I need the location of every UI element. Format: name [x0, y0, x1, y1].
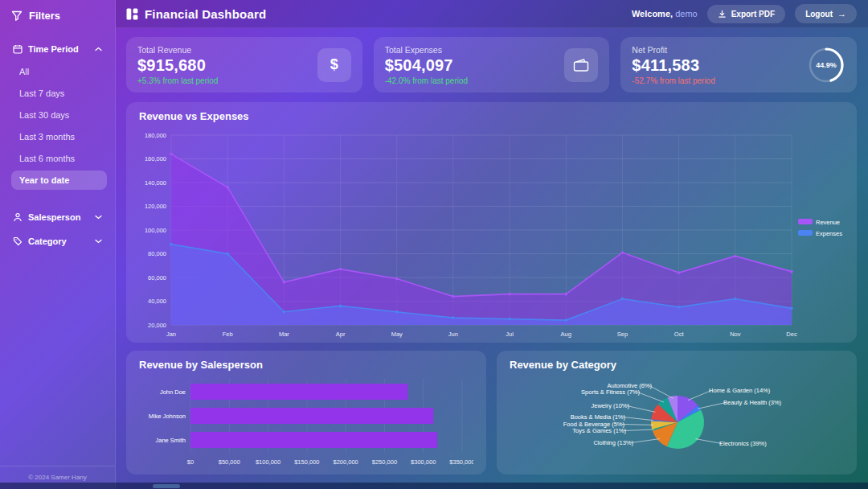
time-period-option-6m[interactable]: Last 6 months — [11, 149, 107, 168]
chart-title: Revenue vs Expenses — [139, 110, 844, 122]
svg-text:160,000: 160,000 — [145, 155, 166, 162]
svg-text:Sports & Fitness (7%): Sports & Fitness (7%) — [581, 388, 640, 396]
svg-text:$100,000: $100,000 — [256, 458, 280, 466]
svg-text:Mike Johnson: Mike Johnson — [149, 413, 186, 420]
chart-title: Revenue by Salesperson — [139, 359, 473, 371]
revenue-vs-expenses-card: Revenue vs Expenses 20,00040,00060,00080… — [126, 102, 857, 343]
time-period-label: Time Period — [28, 44, 79, 54]
svg-text:$200,000: $200,000 — [333, 458, 358, 466]
main-content: Financial Dashboard Welcome, demo Export… — [116, 0, 868, 489]
salesperson-bar-chart: $0$50,000$100,000$150,000$200,000$250,00… — [139, 374, 473, 472]
svg-text:Toys & Games (1%): Toys & Games (1%) — [572, 427, 626, 434]
svg-text:Oct: Oct — [674, 331, 685, 338]
download-icon — [718, 10, 727, 18]
svg-text:Clothing (13%): Clothing (13%) — [593, 439, 633, 446]
svg-text:$150,000: $150,000 — [294, 458, 319, 466]
user-icon — [13, 212, 23, 222]
chart-title: Revenue by Category — [510, 359, 844, 371]
financial-dashboard-app: Filters Time Period All Last 7 days Last… — [0, 0, 868, 489]
svg-text:180,000: 180,000 — [145, 132, 166, 139]
stat-delta: -42.0% from last period — [385, 76, 468, 85]
stat-cards-row: Total Revenue $915,680 +5.3% from last p… — [126, 37, 857, 92]
svg-text:100,000: 100,000 — [145, 227, 166, 234]
stat-delta: -52.7% from last period — [632, 76, 714, 85]
svg-text:Jan: Jan — [166, 331, 176, 338]
time-period-options: All Last 7 days Last 30 days Last 3 mont… — [11, 62, 107, 190]
time-period-option-all[interactable]: All — [11, 62, 107, 81]
svg-text:Jun: Jun — [448, 331, 458, 338]
sidebar-section-time-period[interactable]: Time Period — [11, 41, 107, 57]
revenue-expenses-area-chart: 20,00040,00060,00080,000100,000120,00014… — [139, 125, 844, 341]
svg-text:80,000: 80,000 — [148, 250, 166, 257]
calendar-icon — [13, 44, 23, 54]
svg-text:40,000: 40,000 — [148, 298, 166, 305]
stat-value: $915,680 — [137, 56, 218, 75]
revenue-by-category-card: Revenue by Category Home & Garden (14%)B… — [497, 351, 857, 475]
svg-text:Sep: Sep — [617, 331, 628, 338]
category-pie-chart: Home & Garden (14%)Beauty & Health (3%)E… — [510, 374, 844, 471]
stat-value: $504,097 — [385, 56, 468, 75]
brand: Financial Dashboard — [126, 7, 266, 21]
svg-text:Expenses: Expenses — [816, 230, 842, 237]
salesperson-label: Salesperson — [28, 212, 80, 222]
stat-value: $411,583 — [632, 56, 714, 75]
stat-label: Total Expenses — [385, 45, 468, 55]
chevron-up-icon — [95, 47, 102, 51]
filters-header: Filters — [11, 10, 107, 22]
svg-text:Beauty & Health (3%): Beauty & Health (3%) — [723, 399, 782, 406]
stat-card-total-revenue: Total Revenue $915,680 +5.3% from last p… — [126, 37, 362, 92]
sidebar-section-salesperson[interactable]: Salesperson — [11, 209, 107, 225]
chevron-down-icon — [95, 239, 102, 244]
svg-text:Home & Garden (14%): Home & Garden (14%) — [709, 387, 771, 394]
top-header: Financial Dashboard Welcome, demo Export… — [116, 0, 868, 28]
time-period-option-ytd[interactable]: Year to date — [11, 171, 107, 190]
svg-text:Jane Smith: Jane Smith — [155, 437, 186, 444]
page-title: Financial Dashboard — [145, 7, 266, 21]
svg-text:Jewelry (10%): Jewelry (10%) — [591, 402, 629, 409]
progress-percentage: 44.9% — [807, 46, 845, 84]
svg-text:140,000: 140,000 — [145, 179, 166, 187]
dashboard-grid-icon — [126, 8, 138, 20]
svg-text:Feb: Feb — [223, 331, 233, 338]
stat-card-net-profit: Net Profit $411,583 -52.7% from last per… — [620, 37, 857, 92]
svg-text:Electronics (39%): Electronics (39%) — [719, 440, 767, 447]
username: demo — [675, 9, 698, 18]
stat-card-total-expenses: Total Expenses $504,097 -42.0% from last… — [374, 37, 610, 92]
horizontal-scrollbar[interactable] — [0, 483, 868, 489]
stat-label: Net Profit — [632, 45, 714, 55]
svg-text:Apr: Apr — [336, 331, 346, 338]
svg-text:$300,000: $300,000 — [411, 458, 436, 466]
header-actions: Welcome, demo Export PDF Logout → — [632, 4, 857, 23]
filters-sidebar: Filters Time Period All Last 7 days Last… — [0, 0, 116, 489]
svg-text:John Doe: John Doe — [160, 388, 186, 396]
tag-icon — [13, 236, 23, 246]
arrow-right-icon: → — [837, 9, 846, 18]
export-pdf-button[interactable]: Export PDF — [707, 5, 785, 23]
svg-text:Jul: Jul — [506, 331, 514, 338]
welcome-text: Welcome, demo — [632, 9, 698, 18]
filters-title: Filters — [29, 10, 60, 22]
stat-label: Total Revenue — [137, 45, 218, 55]
svg-text:Food & Beverage (5%): Food & Beverage (5%) — [563, 421, 625, 428]
category-label: Category — [28, 236, 67, 246]
scrollbar-thumb[interactable] — [153, 484, 180, 488]
bottom-charts-row: Revenue by Salesperson $0$50,000$100,000… — [126, 351, 857, 475]
svg-text:Automotive (6%): Automotive (6%) — [608, 382, 653, 389]
time-period-option-3m[interactable]: Last 3 months — [11, 127, 107, 146]
time-period-option-30d[interactable]: Last 30 days — [11, 105, 107, 125]
svg-text:$350,000: $350,000 — [449, 458, 473, 466]
dollar-icon: $ — [317, 48, 351, 82]
svg-text:$250,000: $250,000 — [372, 458, 397, 466]
funnel-icon — [11, 10, 23, 22]
stat-delta: +5.3% from last period — [137, 76, 218, 85]
svg-text:May: May — [391, 331, 403, 338]
svg-text:$50,000: $50,000 — [219, 458, 240, 466]
svg-text:$0: $0 — [187, 458, 194, 466]
logout-button[interactable]: Logout → — [795, 4, 857, 23]
svg-text:20,000: 20,000 — [148, 322, 166, 329]
wallet-icon — [564, 48, 598, 82]
svg-text:Books & Media (1%): Books & Media (1%) — [571, 413, 626, 421]
svg-text:Aug: Aug — [561, 331, 571, 338]
time-period-option-7d[interactable]: Last 7 days — [11, 84, 107, 103]
sidebar-section-category[interactable]: Category — [11, 233, 107, 249]
